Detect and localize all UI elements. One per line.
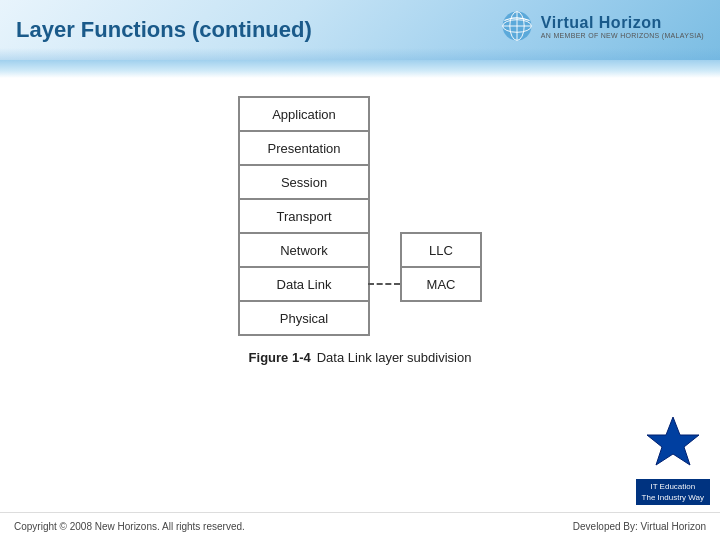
layer-application: Application bbox=[239, 97, 369, 131]
slide-footer: Copyright © 2008 New Horizons. All right… bbox=[0, 512, 720, 540]
layer-transport: Transport bbox=[239, 199, 369, 233]
layer-presentation: Presentation bbox=[239, 131, 369, 165]
layer-physical: Physical bbox=[239, 301, 369, 335]
sublayer-mac: MAC bbox=[401, 267, 481, 301]
figure-label: Figure 1-4 bbox=[249, 350, 311, 365]
figure-caption: Figure 1-4 Data Link layer subdivision bbox=[249, 350, 472, 365]
logo-sub-text: AN MEMBER OF NEW HORIZONS (MALAYSIA) bbox=[541, 32, 704, 39]
sublayers: LLC MAC bbox=[400, 232, 482, 302]
osi-layers: Application Presentation Session Transpo… bbox=[238, 96, 370, 336]
main-content: Application Presentation Session Transpo… bbox=[0, 78, 720, 375]
badge-area: IT Education The Industry Way bbox=[636, 415, 710, 505]
globe-icon bbox=[499, 8, 535, 44]
slide-header: Layer Functions (continued) Virtual Hori… bbox=[0, 0, 720, 60]
osi-diagram: Application Presentation Session Transpo… bbox=[238, 96, 482, 336]
dashed-connector bbox=[368, 283, 400, 285]
layer-session: Session bbox=[239, 165, 369, 199]
sublayer-llc: LLC bbox=[401, 233, 481, 267]
footer-right: Developed By: Virtual Horizon bbox=[573, 521, 706, 532]
footer-left: Copyright © 2008 New Horizons. All right… bbox=[14, 521, 245, 532]
layer-datalink: Data Link bbox=[239, 267, 369, 301]
badge-label: IT Education The Industry Way bbox=[636, 479, 710, 505]
svg-marker-5 bbox=[647, 417, 699, 465]
logo-text: Virtual Horizon AN MEMBER OF NEW HORIZON… bbox=[541, 14, 704, 39]
logo-main-text: Virtual Horizon bbox=[541, 14, 662, 32]
sublayers-container: LLC MAC bbox=[400, 232, 482, 302]
wave-separator bbox=[0, 60, 720, 78]
figure-caption-text: Data Link layer subdivision bbox=[317, 350, 472, 365]
star-badge-icon bbox=[643, 415, 703, 475]
slide-title: Layer Functions (continued) bbox=[16, 17, 312, 43]
logo-area: Virtual Horizon AN MEMBER OF NEW HORIZON… bbox=[499, 8, 704, 44]
layer-network: Network bbox=[239, 233, 369, 267]
